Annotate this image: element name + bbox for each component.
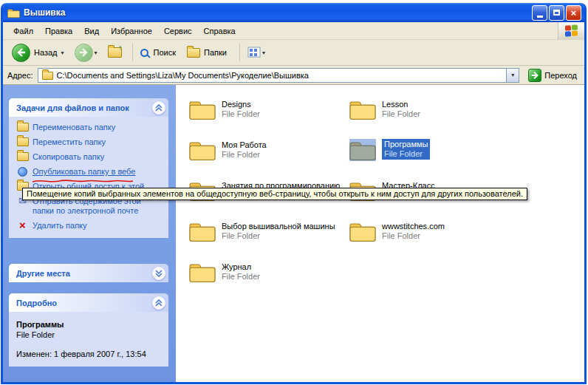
tasks-collapse-button[interactable] [152, 101, 165, 115]
task-rename-folder[interactable]: Переименовать папку [16, 123, 164, 132]
main-area: Задачи для файлов и папок Переименовать … [3, 85, 584, 382]
views-button[interactable]: ▾ [245, 45, 270, 61]
folder-type: File Folder [384, 149, 428, 159]
chevron-down-icon [154, 269, 163, 278]
close-button[interactable]: × [566, 5, 581, 21]
menu-bar: Файл Правка Вид Избранное Сервис Справка [3, 22, 584, 40]
window-folder-icon [7, 7, 20, 18]
task-publish-folder-to-web[interactable]: Опубликовать папку в вебе [16, 167, 164, 177]
folder-item-selected[interactable]: ПрограммыFile Folder [349, 139, 508, 161]
title-bar[interactable]: Вышивка × [3, 3, 584, 22]
folder-type: File Folder [222, 109, 260, 119]
window-title: Вышивка [24, 7, 530, 18]
folder-icon[interactable] [189, 98, 216, 120]
menu-favorites[interactable]: Избранное [105, 24, 158, 38]
tasks-pane-title: Задачи для файлов и папок [16, 103, 129, 112]
explorer-window: Вышивка × Файл Правка Вид Избранное Серв… [1, 3, 587, 384]
folder-item[interactable]: LessonFile Folder [349, 98, 508, 120]
task-move-folder[interactable]: Переместить папку [16, 137, 164, 147]
tasks-pane-header[interactable]: Задачи для файлов и папок [9, 98, 168, 117]
folder-icon[interactable] [189, 220, 216, 242]
views-chevron-down-icon[interactable]: ▾ [262, 50, 265, 56]
go-button[interactable]: Переход [525, 68, 580, 83]
chevron-down-icon: ▾ [511, 72, 514, 78]
folder-item[interactable]: ЖурналFile Folder [189, 261, 348, 283]
menu-help[interactable]: Справка [198, 24, 242, 38]
other-places-header[interactable]: Другие места [9, 264, 168, 282]
minimize-button[interactable] [532, 5, 547, 21]
folder-icon[interactable] [349, 139, 376, 161]
toolbar-separator [239, 44, 240, 61]
back-label: Назад [34, 48, 58, 57]
folder-icon[interactable] [349, 220, 376, 242]
go-label: Переход [544, 71, 577, 80]
folder-name: Lesson [382, 100, 420, 109]
folder-name: Моя Работа [222, 140, 267, 150]
search-label: Поиск [154, 48, 176, 57]
folders-icon [187, 48, 200, 58]
tooltip-text: Помещение копий выбранных элементов на о… [27, 189, 523, 198]
up-button[interactable]: ↑ [105, 46, 125, 59]
toolbar: Назад ▾ ▾ ↑ Поиск Папки [3, 40, 584, 66]
details-modified: Изменен: 1 февраля 2007 г., 13:54 [16, 349, 161, 359]
other-places-title: Другие места [16, 269, 70, 278]
task-copy-folder[interactable]: Скопировать папку [16, 152, 164, 162]
folder-name: wwwstitches.com [382, 222, 445, 231]
menu-tools[interactable]: Сервис [158, 24, 198, 38]
folder-icon[interactable] [189, 261, 216, 283]
folders-button[interactable]: Папки [184, 47, 232, 59]
chevron-up-icon [154, 299, 163, 307]
windows-logo-icon [558, 22, 584, 40]
go-icon [528, 69, 541, 82]
address-combobox[interactable]: C:\Documents and Settings\Liza\My Docume… [38, 68, 520, 83]
maximize-button[interactable] [549, 5, 564, 21]
task-delete-folder[interactable]: × Удалить папку [16, 221, 164, 231]
other-places-expand-button[interactable] [152, 267, 165, 280]
address-input[interactable]: C:\Documents and Settings\Liza\My Docume… [57, 71, 507, 80]
address-folder-icon [42, 72, 53, 80]
folder-item[interactable]: DesignsFile Folder [189, 98, 348, 120]
folder-type: File Folder [222, 272, 260, 282]
toolbar-separator [132, 44, 133, 61]
folder-icon[interactable] [349, 98, 376, 120]
other-places-pane: Другие места [9, 264, 168, 282]
back-button[interactable]: Назад ▾ [9, 42, 69, 64]
file-folder-tasks-pane: Задачи для файлов и папок Переименовать … [9, 98, 168, 238]
task-pane-sidebar: Задачи для файлов и папок Переименовать … [3, 85, 176, 382]
menu-view[interactable]: Вид [78, 24, 105, 38]
folder-icon[interactable] [189, 139, 216, 161]
folder-name: Designs [222, 100, 260, 109]
rename-folder-icon [16, 123, 29, 132]
menu-edit[interactable]: Правка [39, 24, 78, 38]
tooltip: Помещение копий выбранных элементов на о… [22, 188, 527, 200]
up-folder-icon: ↑ [108, 47, 122, 58]
address-dropdown-button[interactable]: ▾ [506, 69, 519, 82]
folder-item[interactable]: Выбор вышивальной машиныFile Folder [189, 220, 348, 242]
folder-name: Выбор вышивальной машины [222, 222, 348, 231]
red-underline-annotation [31, 177, 134, 185]
folder-type: File Folder [222, 150, 267, 160]
chevron-up-icon [154, 103, 163, 112]
move-folder-icon [16, 137, 29, 146]
search-button[interactable]: Поиск [137, 47, 181, 58]
details-type: File Folder [16, 330, 161, 340]
folder-item[interactable]: wwwstitches.comFile Folder [349, 220, 508, 242]
menu-file[interactable]: Файл [7, 24, 39, 38]
tasks-pane-body: Переименовать папку Переместить папку Ск… [9, 117, 168, 238]
details-pane-header[interactable]: Подробно [9, 293, 168, 312]
forward-chevron-down-icon[interactable]: ▾ [95, 50, 98, 56]
folder-view[interactable]: DesignsFile Folder LessonFile Folder Моя… [176, 85, 584, 382]
folder-item[interactable]: Моя РаботаFile Folder [189, 139, 348, 161]
delete-icon: × [16, 221, 29, 230]
details-pane-body: Программы File Folder Изменен: 1 февраля… [9, 312, 168, 367]
folder-type: File Folder [382, 109, 420, 119]
desktop: Вышивка × Файл Правка Вид Избранное Серв… [0, 0, 588, 385]
address-label: Адрес: [7, 71, 33, 80]
details-name: Программы [16, 319, 161, 330]
folders-label: Папки [204, 48, 227, 57]
back-icon [12, 44, 30, 62]
forward-button[interactable]: ▾ [72, 42, 102, 64]
details-pane-title: Подробно [16, 299, 57, 307]
details-collapse-button[interactable] [152, 296, 165, 310]
back-chevron-down-icon[interactable]: ▾ [61, 50, 64, 56]
